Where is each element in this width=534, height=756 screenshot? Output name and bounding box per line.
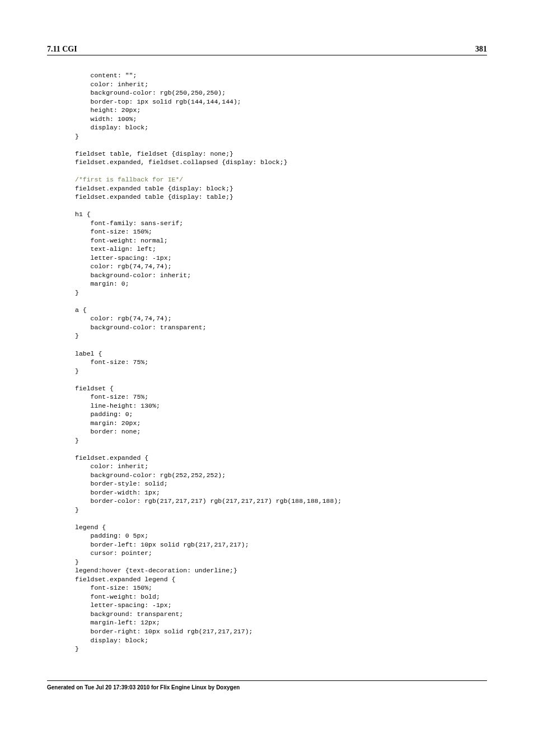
page-footer: Generated on Tue Jul 20 17:39:03 2010 fo… — [47, 680, 487, 690]
page-header: 7.11 CGI 381 — [47, 45, 487, 54]
code-line: font-weight: normal; — [75, 237, 168, 244]
code-line: font-size: 150%; — [75, 584, 152, 591]
code-line: /*first is fallback for IE*/ — [75, 176, 183, 183]
code-line: border-color: rgb(217,217,217) rgb(217,2… — [75, 497, 341, 505]
code-line: fieldset.expanded { — [75, 454, 148, 461]
footer-rule — [47, 680, 487, 681]
code-line: margin: 0; — [75, 280, 129, 287]
code-line: cursor: pointer; — [75, 549, 152, 557]
css-code-block: content: ""; color: inherit; background-… — [75, 71, 487, 654]
code-line: margin-left: 12px; — [75, 619, 160, 626]
code-line: background-color: inherit; — [75, 272, 191, 279]
code-line: background-color: rgb(252,252,252); — [75, 472, 226, 479]
code-line: border-left: 10px solid rgb(217,217,217)… — [75, 541, 249, 548]
code-line: fieldset.expanded table {display: table;… — [75, 193, 233, 200]
code-line: margin: 20px; — [75, 419, 140, 427]
code-line: legend:hover {text-decoration: underline… — [75, 567, 237, 574]
code-line: border-right: 10px solid rgb(217,217,217… — [75, 628, 252, 635]
code-line: a { — [75, 306, 87, 314]
code-line: color: rgb(74,74,74); — [75, 315, 172, 322]
code-line: background-color: transparent; — [75, 324, 207, 331]
code-line: border-width: 1px; — [75, 489, 160, 496]
code-line: line-height: 130%; — [75, 402, 160, 409]
code-line: } — [75, 367, 79, 375]
code-line: color: inherit; — [75, 81, 148, 88]
code-line: font-size: 75%; — [75, 358, 148, 366]
code-line: } — [75, 332, 79, 339]
code-line: } — [75, 506, 79, 514]
code-line: fieldset.expanded, fieldset.collapsed {d… — [75, 158, 288, 166]
code-line: } — [75, 645, 79, 652]
code-line: border: none; — [75, 428, 140, 435]
code-line: letter-spacing: -1px; — [75, 254, 172, 262]
section-label: 7.11 CGI — [47, 45, 77, 54]
code-line: padding: 0 5px; — [75, 532, 148, 539]
code-line: } — [75, 437, 79, 444]
code-line: background: transparent; — [75, 610, 183, 618]
footer-generated: Generated on Tue Jul 20 17:39:03 2010 fo… — [47, 684, 487, 690]
code-line: width: 100%; — [75, 115, 137, 123]
code-line: content: ""; — [75, 72, 137, 79]
page-number: 381 — [475, 45, 487, 54]
code-line: } — [75, 133, 79, 140]
code-line: display: block; — [75, 637, 148, 644]
code-line: border-top: 1px solid rgb(144,144,144); — [75, 98, 241, 105]
code-line: letter-spacing: -1px; — [75, 601, 172, 609]
code-line: height: 20px; — [75, 106, 140, 114]
code-line: legend { — [75, 524, 106, 531]
code-line: text-align: left; — [75, 245, 156, 253]
header-rule — [47, 55, 487, 55]
code-line: font-size: 150%; — [75, 228, 152, 235]
code-line: fieldset table, fieldset {display: none;… — [75, 150, 233, 157]
code-line: } — [75, 558, 79, 566]
code-line: fieldset.expanded table {display: block;… — [75, 185, 233, 192]
code-line: display: block; — [75, 124, 148, 131]
code-line: color: rgb(74,74,74); — [75, 263, 172, 270]
code-line: font-weight: bold; — [75, 593, 160, 600]
code-line: border-style: solid; — [75, 480, 168, 487]
code-line: } — [75, 289, 79, 296]
code-line: font-family: sans-serif; — [75, 220, 183, 227]
code-line: color: inherit; — [75, 463, 148, 470]
code-line: padding: 0; — [75, 410, 133, 418]
code-line: fieldset.expanded legend { — [75, 576, 175, 583]
code-line: fieldset { — [75, 385, 114, 392]
code-line: font-size: 75%; — [75, 393, 148, 400]
code-line: label { — [75, 350, 102, 357]
code-line: h1 { — [75, 211, 91, 218]
code-line: background-color: rgb(250,250,250); — [75, 89, 226, 96]
